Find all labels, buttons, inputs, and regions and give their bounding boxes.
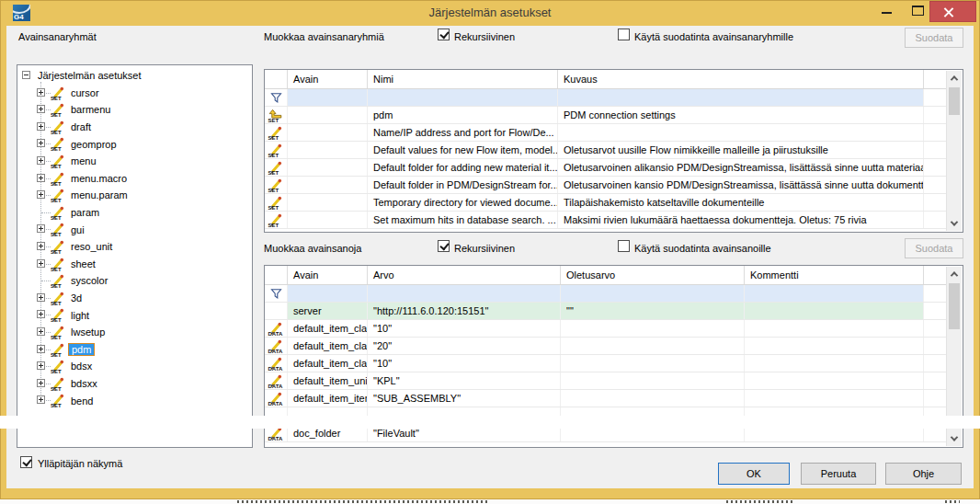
- keywords-recursive-checkbox[interactable]: [438, 240, 450, 252]
- cell-avain[interactable]: default_item_unit: [288, 372, 368, 389]
- cell-oletusarvo[interactable]: [561, 355, 745, 372]
- tree-item-syscolor[interactable]: SETsyscolor: [17, 272, 252, 290]
- groups-filter-checkbox[interactable]: [618, 29, 630, 40]
- table-row[interactable]: DATAdefault_item_class..."10": [265, 355, 947, 372]
- expand-plus-icon[interactable]: [37, 105, 45, 113]
- cell-oletusarvo[interactable]: [561, 320, 745, 337]
- table-row[interactable]: SETSet maximum hits in database search. …: [265, 212, 947, 229]
- cell-avain[interactable]: [288, 107, 368, 123]
- cell-kuvaus[interactable]: [558, 124, 924, 141]
- cell-nimi[interactable]: Set maximum hits in database search. ...: [368, 212, 558, 228]
- expand-plus-icon[interactable]: [37, 310, 45, 318]
- cell-kuvaus[interactable]: [558, 89, 924, 106]
- close-button[interactable]: [929, 1, 976, 22]
- expand-plus-icon[interactable]: [37, 174, 45, 182]
- cell-nimi[interactable]: [368, 89, 558, 106]
- tree-item-menu.macro[interactable]: SETmenu.macro: [17, 170, 252, 188]
- scroll-up-button[interactable]: [947, 267, 962, 281]
- tree-item-draft[interactable]: SETdraft: [17, 119, 252, 136]
- table-row[interactable]: SETDefault folder in PDM/DesignStream fo…: [265, 177, 947, 194]
- cell-avain[interactable]: [288, 124, 368, 141]
- tree-item-bend[interactable]: SETbend: [17, 392, 252, 409]
- tree-item-bdsxx[interactable]: SETbdsxx: [17, 375, 252, 393]
- vertical-scrollbar[interactable]: [946, 71, 962, 231]
- filter-row[interactable]: [265, 285, 947, 303]
- tree-item-lwsetup[interactable]: SETlwsetup: [17, 324, 252, 341]
- expand-plus-icon[interactable]: [37, 345, 45, 353]
- cell-kommentti[interactable]: [745, 285, 924, 302]
- expand-plus-icon[interactable]: [37, 139, 45, 147]
- cell-oletusarvo[interactable]: [561, 390, 745, 407]
- table-row[interactable]: DATAdefault_item_unit"KPL": [265, 372, 947, 390]
- cell-avain[interactable]: server: [288, 303, 368, 319]
- keyword-group-tree[interactable]: Järjestelmän asetukset SETcursorSETbarme…: [17, 64, 253, 448]
- cell-kuvaus[interactable]: Maksimi rivien lukumäärä haettaessa doku…: [558, 212, 924, 228]
- scrollbar-thumb[interactable]: [949, 283, 960, 329]
- cell-avain[interactable]: default_item_item...: [288, 390, 368, 407]
- cell-nimi[interactable]: Default folder for adding new material i…: [368, 159, 558, 176]
- keywords-filter-button[interactable]: Suodata: [905, 238, 963, 258]
- tree-item-sheet[interactable]: SETsheet: [17, 256, 252, 273]
- cell-avain[interactable]: [288, 177, 368, 193]
- table-row[interactable]: DATAdefault_item_class..."10": [265, 320, 947, 338]
- tree-item-pdm[interactable]: SETpdm: [17, 341, 252, 359]
- expand-plus-icon[interactable]: [37, 395, 45, 404]
- scroll-up-button[interactable]: [947, 71, 962, 86]
- expand-plus-icon[interactable]: [37, 259, 45, 268]
- table-row[interactable]: DATAdefault_item_item..."SUB_ASSEMBLY": [265, 390, 947, 407]
- table-row[interactable]: DATAdefault_item_class..."20": [265, 338, 947, 355]
- ok-button[interactable]: OK: [718, 463, 790, 485]
- cell-nimi[interactable]: Default values for new Flow item, model.…: [368, 142, 558, 158]
- groups-recursive-checkbox[interactable]: [438, 29, 450, 40]
- header-kommentti[interactable]: Kommentti: [745, 266, 924, 284]
- cell-arvo[interactable]: "10": [368, 320, 561, 337]
- cell-arvo[interactable]: [368, 285, 561, 302]
- expand-plus-icon[interactable]: [37, 88, 45, 97]
- table-row[interactable]: SETDefault values for new Flow item, mod…: [265, 142, 947, 159]
- table-row[interactable]: SETName/IP address and port for Flow/De.…: [265, 124, 947, 142]
- filter-row[interactable]: [265, 89, 947, 107]
- cell-kommentti[interactable]: [745, 320, 924, 337]
- expand-plus-icon[interactable]: [37, 122, 45, 131]
- cell-avain[interactable]: default_item_class...: [288, 355, 368, 372]
- table-row[interactable]: SETpdmPDM connection settings: [265, 107, 947, 124]
- cell-kuvaus[interactable]: Oletusarvoinen alikansio PDM/DesignStrea…: [558, 159, 924, 176]
- cell-kommentti[interactable]: [745, 338, 924, 354]
- cell-nimi[interactable]: Default folder in PDM/DesignStream for..…: [368, 177, 558, 193]
- tree-item-menu.param[interactable]: SETmenu.param: [17, 187, 252, 204]
- header-arvo[interactable]: Arvo: [368, 266, 561, 284]
- expand-plus-icon[interactable]: [37, 190, 45, 199]
- minimize-button[interactable]: [873, 0, 899, 24]
- cell-kuvaus[interactable]: Tilapäishakemisto katseltaville dokument…: [558, 194, 924, 211]
- header-avain[interactable]: Avain: [288, 70, 368, 88]
- cell-nimi[interactable]: Name/IP address and port for Flow/De...: [368, 124, 558, 141]
- table-row[interactable]: SETDefault folder for adding new materia…: [265, 159, 947, 177]
- tree-item-3d[interactable]: SET3d: [17, 290, 252, 307]
- help-button[interactable]: Ohje: [885, 463, 962, 485]
- header-kuvaus[interactable]: Kuvaus: [558, 70, 924, 88]
- scrollbar-thumb[interactable]: [949, 87, 960, 115]
- admin-view-checkbox[interactable]: [20, 456, 32, 468]
- cell-oletusarvo[interactable]: [561, 285, 745, 302]
- cell-kommentti[interactable]: [745, 390, 924, 407]
- cell-avain[interactable]: [288, 194, 368, 211]
- expand-plus-icon[interactable]: [37, 156, 45, 165]
- tree-item-geomprop[interactable]: SETgeomprop: [17, 135, 252, 153]
- cell-kuvaus[interactable]: Oletusarvoinen kansio PDM/DesignStreamis…: [558, 177, 924, 193]
- tree-item-light[interactable]: SETlight: [17, 306, 252, 324]
- cell-kommentti[interactable]: [745, 372, 924, 389]
- cell-avain[interactable]: [288, 212, 368, 228]
- cell-oletusarvo[interactable]: "": [561, 303, 745, 319]
- scroll-down-button[interactable]: [947, 431, 962, 446]
- header-nimi[interactable]: Nimi: [368, 70, 558, 88]
- cancel-button[interactable]: Peruuta: [801, 463, 876, 485]
- cell-oletusarvo[interactable]: [561, 372, 745, 389]
- cell-kuvaus[interactable]: PDM connection settings: [558, 107, 924, 123]
- cell-avain[interactable]: [288, 159, 368, 176]
- cell-arvo[interactable]: "20": [368, 338, 561, 354]
- expand-plus-icon[interactable]: [37, 293, 45, 302]
- tree-item-barmenu[interactable]: SETbarmenu: [17, 101, 252, 119]
- tree-root-item[interactable]: Järjestelmän asetukset: [17, 67, 252, 85]
- expand-plus-icon[interactable]: [37, 361, 45, 370]
- cell-arvo[interactable]: "KPL": [368, 372, 561, 389]
